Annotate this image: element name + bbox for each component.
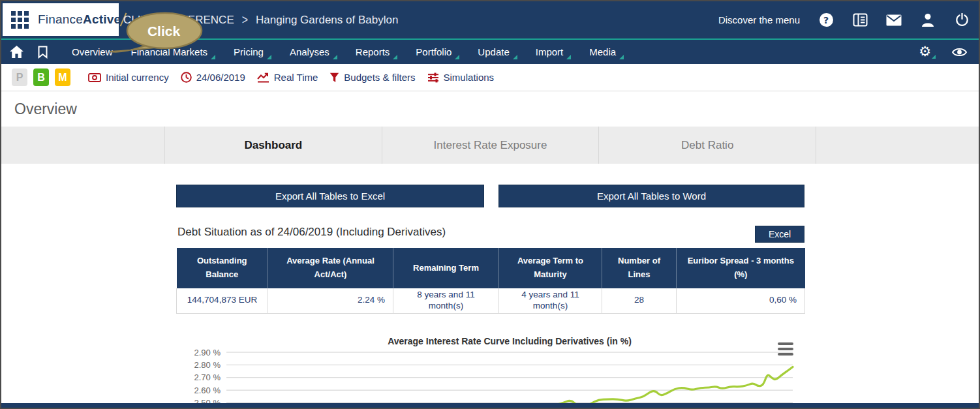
col-remaining-term: Remaining Term: [393, 248, 499, 288]
dropdown-caret-icon: [513, 55, 517, 59]
interest-rate-chart: Average Interest Rate Curve Including De…: [177, 329, 805, 409]
brand-logo[interactable]: FinanceActive: [3, 3, 119, 36]
y-axis-tick-label: 2.90 %: [194, 348, 221, 357]
dropdown-caret-icon: [333, 55, 337, 59]
debt-situation-table: Outstanding Balance Average Rate (Annual…: [176, 248, 805, 314]
nav-menu: Overview Financial Markets Pricing Analy…: [63, 40, 633, 64]
help-icon[interactable]: ?: [818, 12, 834, 28]
table-header-row: Outstanding Balance Average Rate (Annual…: [177, 248, 805, 288]
app-window: FinanceActive CLIENT REFERENCE > Hanging…: [0, 0, 980, 409]
dropdown-caret-icon: [455, 55, 459, 59]
nav-right-tools: ⚙: [919, 44, 979, 60]
nav-item-pricing[interactable]: Pricing: [224, 40, 281, 64]
cell-remaining-term: 8 years and 11 month(s): [393, 288, 499, 313]
bookmark-icon[interactable]: [31, 46, 54, 59]
realtime-chart-icon: [257, 72, 269, 83]
y-axis-tick-label: 2.60 %: [194, 386, 221, 395]
nav-item-portfolio[interactable]: Portfolio: [406, 40, 468, 64]
chevron-right-icon: >: [242, 12, 248, 27]
dropdown-caret-icon: [211, 55, 215, 59]
badge-p[interactable]: P: [12, 68, 27, 86]
clock-icon: [181, 72, 192, 83]
cell-average-rate: 2.24 %: [268, 288, 393, 313]
nav-item-import[interactable]: Import: [527, 40, 581, 64]
y-axis-tick-label: 2.80 %: [194, 360, 221, 370]
tab-bar: Dashboard Interest Rate Exposure Debt Ra…: [1, 127, 979, 164]
cell-outstanding-balance: 144,704,873 EUR: [177, 288, 268, 313]
app-grid-icon[interactable]: [11, 11, 29, 29]
initial-currency-control[interactable]: Initial currency: [88, 72, 169, 83]
y-axis-tick-label: 2.70 %: [194, 372, 221, 382]
nav-item-analyses[interactable]: Analyses: [281, 40, 346, 64]
export-all-tables-word-button[interactable]: Export All Tables to Word: [498, 185, 804, 207]
currency-icon: [88, 73, 101, 82]
dropdown-caret-icon: [566, 55, 571, 59]
breadcrumb: CLIENT REFERENCE > Hanging Gardens of Ba…: [123, 1, 398, 38]
col-average-rate: Average Rate (Annual Act/Act): [268, 248, 393, 288]
page-title: Overview: [14, 100, 77, 118]
simulations-control[interactable]: Simulations: [427, 72, 495, 83]
filter-icon: [329, 72, 339, 83]
brand-name: FinanceActive: [38, 12, 124, 27]
context-toolbar: P B M Initial currency 24/06/2019 Real T…: [1, 64, 979, 91]
power-icon[interactable]: [954, 12, 970, 28]
nav-item-media[interactable]: Media: [580, 40, 633, 64]
settings-gear-icon[interactable]: ⚙: [919, 45, 936, 59]
main-nav-bar: Overview Financial Markets Pricing Analy…: [1, 40, 979, 64]
nav-item-reports[interactable]: Reports: [346, 40, 407, 64]
col-euribor-spread: Euribor Spread - 3 months (%): [677, 248, 805, 288]
debt-situation-title: Debt Situation as of 24/06/2019 (Includi…: [177, 226, 446, 239]
bottom-window-strip: [1, 403, 979, 408]
cell-euribor-spread: 0,60 %: [677, 288, 805, 313]
breadcrumb-entity[interactable]: Hanging Gardens of Babylon: [256, 14, 398, 27]
topbar-actions: Discover the menu ?: [718, 1, 970, 38]
tab-debt-ratio[interactable]: Debt Ratio: [599, 127, 816, 164]
dropdown-caret-icon: [619, 55, 624, 59]
cell-number-of-lines: 28: [602, 288, 677, 313]
badge-m[interactable]: M: [55, 68, 70, 86]
nav-item-overview[interactable]: Overview: [63, 40, 122, 64]
col-average-term-to-maturity: Average Term to Maturity: [499, 248, 602, 288]
discover-the-menu-link[interactable]: Discover the menu: [718, 14, 800, 25]
dropdown-caret-icon: [393, 55, 397, 59]
badge-b[interactable]: B: [33, 68, 49, 86]
sliders-icon: [427, 72, 439, 83]
tab-interest-rate-exposure[interactable]: Interest Rate Exposure: [382, 127, 600, 164]
news-icon[interactable]: [852, 12, 868, 28]
table-row: 144,704,873 EUR 2.24 % 8 years and 11 mo…: [177, 288, 805, 313]
top-bar: FinanceActive CLIENT REFERENCE > Hanging…: [1, 1, 979, 38]
dropdown-caret-icon: [267, 55, 271, 59]
nav-item-financial-markets[interactable]: Financial Markets: [122, 40, 225, 64]
home-icon[interactable]: [5, 46, 27, 58]
tab-dashboard[interactable]: Dashboard: [164, 127, 382, 164]
visibility-eye-icon[interactable]: [951, 44, 967, 60]
excel-export-button[interactable]: Excel: [755, 226, 804, 243]
budgets-filters-control[interactable]: Budgets & filters: [329, 72, 415, 83]
breadcrumb-client[interactable]: CLIENT REFERENCE: [123, 14, 234, 27]
col-number-of-lines: Number of Lines: [602, 248, 677, 288]
col-outstanding-balance: Outstanding Balance: [177, 248, 268, 288]
dropdown-caret-icon: [932, 55, 936, 59]
user-icon[interactable]: [920, 12, 936, 28]
page-header: Overview: [1, 91, 979, 127]
nav-item-update[interactable]: Update: [468, 40, 526, 64]
export-all-tables-excel-button[interactable]: Export All Tables to Excel: [176, 185, 484, 207]
valuation-date-control[interactable]: 24/06/2019: [181, 72, 245, 83]
chart-plot-area: 2.90 %2.80 %2.70 %2.60 %2.50 %: [177, 329, 805, 409]
mail-icon[interactable]: [886, 12, 902, 28]
cell-average-term-to-maturity: 4 years and 11 month(s): [499, 288, 602, 313]
real-time-control[interactable]: Real Time: [257, 72, 318, 83]
